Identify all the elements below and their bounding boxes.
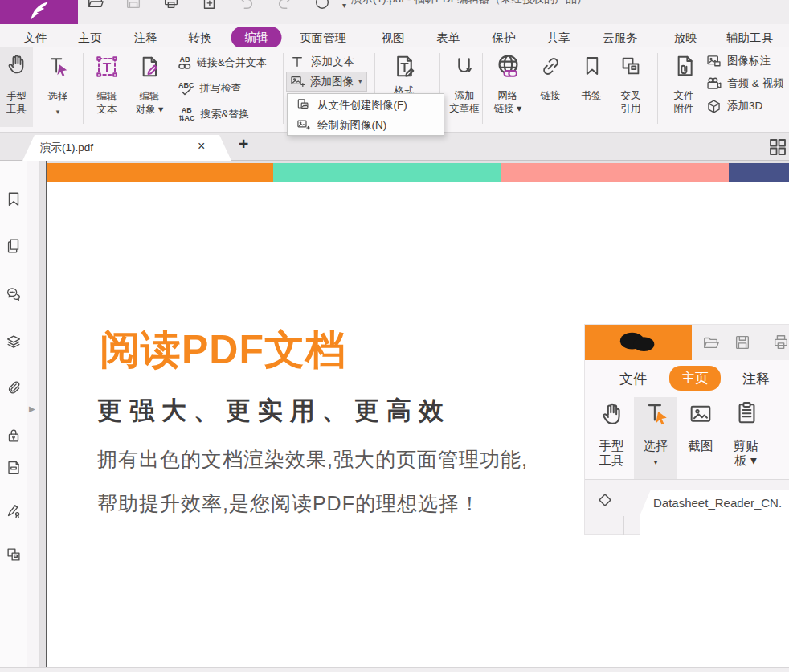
select-icon xyxy=(46,54,70,78)
mini-pen-tool-icon xyxy=(595,490,615,510)
audio-video-icon xyxy=(705,76,722,92)
digital-signatures-panel-icon[interactable] xyxy=(5,502,22,519)
tab-form[interactable]: 表单 xyxy=(437,28,460,48)
cross-reference-button[interactable]: 交叉引用 xyxy=(611,47,650,127)
ribbon-divider xyxy=(283,53,284,124)
attachments-panel-icon[interactable] xyxy=(5,379,22,396)
document-tabbar: 演示(1).pdf × + xyxy=(0,133,789,161)
quick-access-toolbar xyxy=(87,0,331,10)
tab-file[interactable]: 文件 xyxy=(24,28,47,48)
spell-check-button[interactable]: ABC 拼写检查 xyxy=(178,77,242,100)
layers-panel-icon[interactable] xyxy=(5,333,22,350)
mini-hand-label: 手型 xyxy=(599,439,624,453)
foxit-logo-icon xyxy=(27,0,51,23)
tab-home[interactable]: 主页 xyxy=(79,28,102,48)
page-stripe-green xyxy=(273,163,501,182)
add-article-button[interactable]: 添加文章框 xyxy=(444,47,485,127)
file-attachment-button[interactable]: 文件附件 xyxy=(664,47,703,127)
page-body-line1: 拥有出色的文档渲染效果,强大的页面管理功能, xyxy=(97,446,528,473)
audio-video-label: 音频 & 视频 xyxy=(727,76,784,91)
audio-video-button[interactable]: 音频 & 视频 xyxy=(705,74,784,93)
mini-save-icon xyxy=(734,334,751,351)
image-annotation-button[interactable]: 图像标注 xyxy=(705,51,771,71)
add-image-icon xyxy=(290,74,305,89)
hand-icon xyxy=(5,52,28,76)
nav-panel-collapsed: ▶ xyxy=(27,161,40,667)
page-stripe-navy xyxy=(729,163,789,182)
link-button[interactable]: 链接 xyxy=(533,47,568,127)
embedded-screenshot: 文件 主页 注释 xyxy=(584,324,789,535)
ribbon-divider xyxy=(174,53,174,124)
link-icon xyxy=(538,54,563,79)
tab-comment[interactable]: 注释 xyxy=(134,28,157,48)
menu-item-label: 从文件创建图像(F) xyxy=(317,98,407,113)
format-icon xyxy=(391,53,418,80)
redo-icon[interactable] xyxy=(276,0,293,10)
mini-select-label: 选择 xyxy=(644,439,668,453)
tab-organize[interactable]: 页面管理 xyxy=(300,28,346,48)
bottom-strip xyxy=(0,667,789,672)
tab-close-icon[interactable]: × xyxy=(198,139,205,154)
add-3d-button[interactable]: 添加3D xyxy=(705,96,762,116)
save-icon[interactable] xyxy=(125,0,142,10)
mini-toolrow: 手型工具 选择▾ 截图 剪贴板 ▾ xyxy=(585,395,789,479)
form-fields-panel-icon[interactable] xyxy=(5,459,22,477)
print-icon[interactable] xyxy=(162,0,180,10)
add-text-button[interactable]: 添加文本 xyxy=(290,51,354,72)
select-tool-button[interactable]: 选择 ▾ xyxy=(38,47,78,127)
menu-item-create-image-from-file[interactable]: 从文件创建图像(F) xyxy=(288,95,444,115)
hand-mode-icon[interactable] xyxy=(313,0,331,10)
page-stripe-pink xyxy=(501,163,729,182)
cross-reference-label: 交叉 xyxy=(621,90,641,101)
file-attachment-label: 文件 xyxy=(674,90,694,101)
new-tab-button[interactable]: + xyxy=(239,134,248,154)
comments-panel-icon[interactable] xyxy=(5,285,22,303)
add-image-caret-icon: ▾ xyxy=(358,78,362,85)
security-panel-icon[interactable] xyxy=(5,427,22,445)
tab-accessibility[interactable]: 辅助工具 xyxy=(726,28,773,48)
main-area: ▶ 阅读PDF文档 更强大、更实用、更高效 拥有出色的文档渲染效果,强大的页面管… xyxy=(0,161,789,667)
destinations-panel-icon[interactable] xyxy=(5,546,22,563)
search-replace-button[interactable]: AB⇅AC 搜索&替换 xyxy=(178,103,249,125)
mini-snapshot-icon xyxy=(688,401,713,427)
bookmarks-panel-icon[interactable] xyxy=(5,191,22,208)
edit-text-button[interactable]: 编辑文本 xyxy=(88,47,126,127)
link-merge-text-button[interactable]: AB 链接&合并文本 xyxy=(178,51,267,74)
document-tab[interactable]: 演示(1).pdf × xyxy=(22,135,231,161)
add-text-icon xyxy=(290,55,305,69)
page-body-line2: 帮助提升效率,是您阅读PDF的理想选择！ xyxy=(97,490,480,517)
undo-icon[interactable] xyxy=(238,0,256,10)
tab-convert[interactable]: 转换 xyxy=(189,28,212,48)
menu-item-draw-new-image[interactable]: 绘制新图像(N) xyxy=(288,115,444,135)
web-link-icon xyxy=(494,52,522,80)
edit-object-button[interactable]: 编辑对象 ▾ xyxy=(128,47,171,127)
bookmark-button[interactable]: 书签 xyxy=(574,47,609,127)
page-thumbnails-panel-icon[interactable] xyxy=(5,237,22,255)
edit-object-label: 编辑 xyxy=(140,91,160,102)
app-logo[interactable] xyxy=(0,0,78,24)
search-replace-icon: AB⇅AC xyxy=(178,107,195,121)
search-replace-label: 搜索&替换 xyxy=(201,107,250,121)
add-page-icon[interactable] xyxy=(200,0,218,10)
add-image-button[interactable]: 添加图像 ▾ xyxy=(286,72,367,92)
mini-header xyxy=(585,325,789,360)
qat-more-icon[interactable]: ▾ xyxy=(342,2,346,9)
document-tab-label: 演示(1).pdf xyxy=(40,141,93,155)
mini-tab-home: 主页 xyxy=(669,366,721,391)
open-icon[interactable] xyxy=(87,0,104,10)
tab-present[interactable]: 放映 xyxy=(674,28,697,48)
edit-object-icon xyxy=(137,54,162,80)
mini-docrow: Datasheet_Reader_CN. xyxy=(585,479,789,534)
tab-view[interactable]: 视图 xyxy=(382,28,405,48)
tab-protect[interactable]: 保护 xyxy=(493,28,516,48)
spell-check-label: 拼写检查 xyxy=(200,81,242,96)
panel-expand-handle-icon[interactable]: ▶ xyxy=(29,404,35,413)
hand-tool-button[interactable]: 手型工具 xyxy=(0,47,33,127)
mini-hand-icon xyxy=(599,400,625,427)
tab-edit[interactable]: 编辑 xyxy=(231,27,282,48)
tab-grid-view-icon[interactable] xyxy=(768,137,787,157)
tab-cloud[interactable]: 云服务 xyxy=(603,28,638,48)
tab-share[interactable]: 共享 xyxy=(547,28,570,48)
web-link-button[interactable]: 网络链接 ▾ xyxy=(485,47,530,127)
spell-check-icon: ABC xyxy=(178,82,194,96)
